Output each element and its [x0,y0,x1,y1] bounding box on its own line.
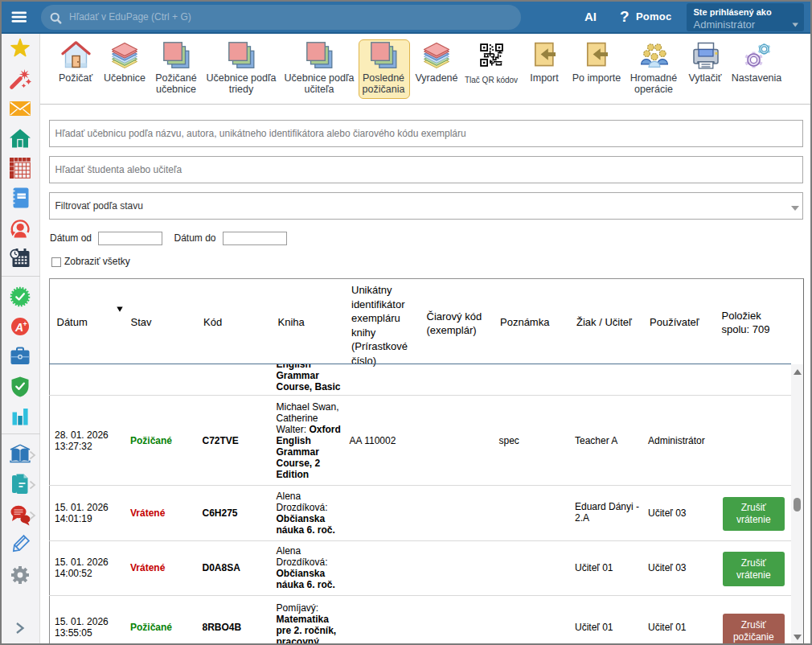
svg-text:+: + [23,320,27,328]
svg-text:A: A [14,321,23,334]
